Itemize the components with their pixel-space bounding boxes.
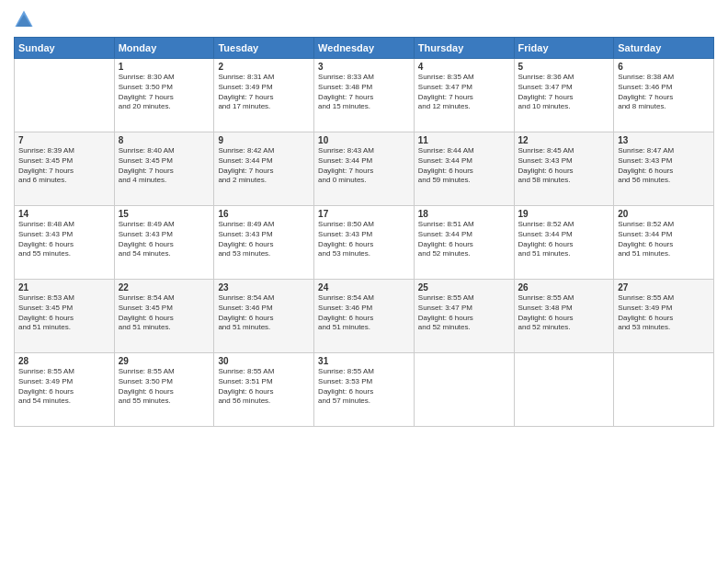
day-info: Sunrise: 8:39 AM Sunset: 3:45 PM Dayligh… xyxy=(18,146,110,186)
day-number: 16 xyxy=(218,209,310,219)
day-cell: 8Sunrise: 8:40 AM Sunset: 3:45 PM Daylig… xyxy=(114,132,214,206)
day-cell: 15Sunrise: 8:49 AM Sunset: 3:43 PM Dayli… xyxy=(114,206,214,280)
day-cell: 14Sunrise: 8:48 AM Sunset: 3:43 PM Dayli… xyxy=(15,206,115,280)
day-cell: 12Sunrise: 8:45 AM Sunset: 3:43 PM Dayli… xyxy=(514,132,614,206)
day-info: Sunrise: 8:54 AM Sunset: 3:46 PM Dayligh… xyxy=(218,293,310,333)
day-cell: 13Sunrise: 8:47 AM Sunset: 3:43 PM Dayli… xyxy=(614,132,714,206)
day-cell: 19Sunrise: 8:52 AM Sunset: 3:44 PM Dayli… xyxy=(514,206,614,280)
logo-icon xyxy=(14,9,34,29)
day-cell xyxy=(614,353,714,427)
day-number: 31 xyxy=(318,356,410,366)
week-row-2: 7Sunrise: 8:39 AM Sunset: 3:45 PM Daylig… xyxy=(15,132,714,206)
day-cell: 20Sunrise: 8:52 AM Sunset: 3:44 PM Dayli… xyxy=(614,206,714,280)
day-info: Sunrise: 8:36 AM Sunset: 3:47 PM Dayligh… xyxy=(518,73,610,112)
day-cell xyxy=(514,353,614,427)
day-info: Sunrise: 8:51 AM Sunset: 3:44 PM Dayligh… xyxy=(418,220,510,259)
day-cell: 17Sunrise: 8:50 AM Sunset: 3:43 PM Dayli… xyxy=(314,206,415,280)
day-cell: 29Sunrise: 8:55 AM Sunset: 3:50 PM Dayli… xyxy=(114,353,214,427)
day-cell: 7Sunrise: 8:39 AM Sunset: 3:45 PM Daylig… xyxy=(15,132,115,206)
day-info: Sunrise: 8:44 AM Sunset: 3:44 PM Dayligh… xyxy=(418,146,510,186)
day-number: 22 xyxy=(119,282,210,293)
header-row: SundayMondayTuesdayWednesdayThursdayFrid… xyxy=(15,38,714,59)
day-info: Sunrise: 8:55 AM Sunset: 3:48 PM Dayligh… xyxy=(518,293,610,333)
day-info: Sunrise: 8:31 AM Sunset: 3:49 PM Dayligh… xyxy=(218,73,310,112)
day-cell: 25Sunrise: 8:55 AM Sunset: 3:47 PM Dayli… xyxy=(414,280,514,353)
day-info: Sunrise: 8:55 AM Sunset: 3:49 PM Dayligh… xyxy=(18,367,110,407)
day-info: Sunrise: 8:49 AM Sunset: 3:43 PM Dayligh… xyxy=(119,220,210,259)
day-cell: 10Sunrise: 8:43 AM Sunset: 3:44 PM Dayli… xyxy=(314,132,415,206)
day-cell: 23Sunrise: 8:54 AM Sunset: 3:46 PM Dayli… xyxy=(214,280,314,353)
day-cell: 16Sunrise: 8:49 AM Sunset: 3:43 PM Dayli… xyxy=(214,206,314,280)
day-info: Sunrise: 8:54 AM Sunset: 3:45 PM Dayligh… xyxy=(119,293,210,333)
day-info: Sunrise: 8:47 AM Sunset: 3:43 PM Dayligh… xyxy=(618,146,710,186)
day-number: 28 xyxy=(18,356,110,366)
day-number: 1 xyxy=(119,62,210,72)
week-row-3: 14Sunrise: 8:48 AM Sunset: 3:43 PM Dayli… xyxy=(15,206,714,280)
day-number: 29 xyxy=(119,356,210,366)
week-row-5: 28Sunrise: 8:55 AM Sunset: 3:49 PM Dayli… xyxy=(15,353,714,427)
day-info: Sunrise: 8:53 AM Sunset: 3:45 PM Dayligh… xyxy=(18,293,110,333)
day-info: Sunrise: 8:55 AM Sunset: 3:50 PM Dayligh… xyxy=(119,367,210,407)
day-info: Sunrise: 8:35 AM Sunset: 3:47 PM Dayligh… xyxy=(418,73,510,112)
day-number: 13 xyxy=(618,135,710,145)
day-cell: 28Sunrise: 8:55 AM Sunset: 3:49 PM Dayli… xyxy=(15,353,115,427)
day-info: Sunrise: 8:30 AM Sunset: 3:50 PM Dayligh… xyxy=(119,73,210,112)
day-number: 7 xyxy=(18,135,110,145)
logo xyxy=(14,9,37,29)
day-cell xyxy=(414,353,514,427)
calendar-table: SundayMondayTuesdayWednesdayThursdayFrid… xyxy=(14,37,714,427)
day-cell: 30Sunrise: 8:55 AM Sunset: 3:51 PM Dayli… xyxy=(214,353,314,427)
day-info: Sunrise: 8:49 AM Sunset: 3:43 PM Dayligh… xyxy=(218,220,310,259)
day-info: Sunrise: 8:55 AM Sunset: 3:49 PM Dayligh… xyxy=(618,293,710,333)
day-info: Sunrise: 8:48 AM Sunset: 3:43 PM Dayligh… xyxy=(18,220,110,259)
day-number: 2 xyxy=(218,62,310,72)
day-number: 18 xyxy=(418,209,510,219)
day-cell: 24Sunrise: 8:54 AM Sunset: 3:46 PM Dayli… xyxy=(314,280,415,353)
day-info: Sunrise: 8:52 AM Sunset: 3:44 PM Dayligh… xyxy=(618,220,710,259)
day-cell: 11Sunrise: 8:44 AM Sunset: 3:44 PM Dayli… xyxy=(414,132,514,206)
day-info: Sunrise: 8:33 AM Sunset: 3:48 PM Dayligh… xyxy=(318,73,410,112)
day-cell: 18Sunrise: 8:51 AM Sunset: 3:44 PM Dayli… xyxy=(414,206,514,280)
day-number: 10 xyxy=(318,135,410,145)
page: SundayMondayTuesdayWednesdayThursdayFrid… xyxy=(0,0,728,563)
day-cell xyxy=(15,59,115,132)
col-header-monday: Monday xyxy=(114,38,214,59)
day-number: 26 xyxy=(518,282,610,293)
day-number: 9 xyxy=(218,135,310,145)
day-number: 6 xyxy=(618,62,710,72)
day-number: 20 xyxy=(618,209,710,219)
day-number: 24 xyxy=(318,282,410,293)
day-number: 12 xyxy=(518,135,610,145)
day-cell: 9Sunrise: 8:42 AM Sunset: 3:44 PM Daylig… xyxy=(214,132,314,206)
day-number: 4 xyxy=(418,62,510,72)
day-cell: 21Sunrise: 8:53 AM Sunset: 3:45 PM Dayli… xyxy=(15,280,115,353)
day-info: Sunrise: 8:55 AM Sunset: 3:47 PM Dayligh… xyxy=(418,293,510,333)
day-cell: 22Sunrise: 8:54 AM Sunset: 3:45 PM Dayli… xyxy=(114,280,214,353)
day-cell: 5Sunrise: 8:36 AM Sunset: 3:47 PM Daylig… xyxy=(514,59,614,132)
day-cell: 2Sunrise: 8:31 AM Sunset: 3:49 PM Daylig… xyxy=(214,59,314,132)
col-header-sunday: Sunday xyxy=(15,38,115,59)
day-cell: 4Sunrise: 8:35 AM Sunset: 3:47 PM Daylig… xyxy=(414,59,514,132)
day-number: 25 xyxy=(418,282,510,293)
col-header-friday: Friday xyxy=(514,38,614,59)
day-info: Sunrise: 8:45 AM Sunset: 3:43 PM Dayligh… xyxy=(518,146,610,186)
day-info: Sunrise: 8:55 AM Sunset: 3:51 PM Dayligh… xyxy=(218,367,310,407)
day-number: 30 xyxy=(218,356,310,366)
day-info: Sunrise: 8:40 AM Sunset: 3:45 PM Dayligh… xyxy=(119,146,210,186)
day-info: Sunrise: 8:42 AM Sunset: 3:44 PM Dayligh… xyxy=(218,146,310,186)
col-header-thursday: Thursday xyxy=(414,38,514,59)
day-info: Sunrise: 8:50 AM Sunset: 3:43 PM Dayligh… xyxy=(318,220,410,259)
week-row-4: 21Sunrise: 8:53 AM Sunset: 3:45 PM Dayli… xyxy=(15,280,714,353)
day-number: 5 xyxy=(518,62,610,72)
day-info: Sunrise: 8:52 AM Sunset: 3:44 PM Dayligh… xyxy=(518,220,610,259)
day-cell: 3Sunrise: 8:33 AM Sunset: 3:48 PM Daylig… xyxy=(314,59,415,132)
day-number: 19 xyxy=(518,209,610,219)
day-number: 14 xyxy=(18,209,110,219)
day-number: 8 xyxy=(119,135,210,145)
day-info: Sunrise: 8:43 AM Sunset: 3:44 PM Dayligh… xyxy=(318,146,410,186)
day-number: 15 xyxy=(119,209,210,219)
day-cell: 6Sunrise: 8:38 AM Sunset: 3:46 PM Daylig… xyxy=(614,59,714,132)
day-cell: 31Sunrise: 8:55 AM Sunset: 3:53 PM Dayli… xyxy=(314,353,415,427)
day-number: 11 xyxy=(418,135,510,145)
day-number: 21 xyxy=(18,282,110,293)
